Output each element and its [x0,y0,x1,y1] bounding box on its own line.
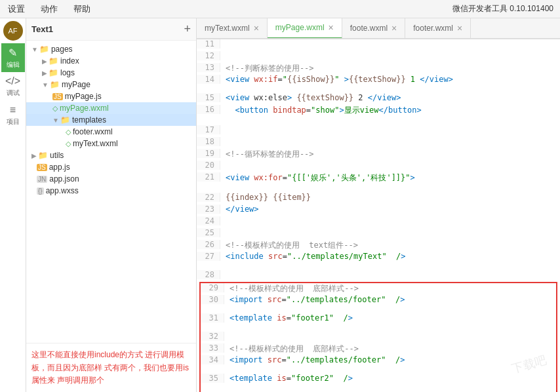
add-file-button[interactable]: + [184,22,191,36]
folder-templates-label: templates [72,115,106,125]
folder-mypage-icon: 📁 [50,80,60,89]
folder-templates-icon: 📁 [60,115,70,125]
file-footer-wxml-label: footer.wxml [73,127,113,136]
tree-pages[interactable]: ▼ 📁 pages [26,43,196,55]
code-line: 18 [197,137,560,149]
tab-foote[interactable]: foote.wxml × [342,18,406,39]
code-area[interactable]: 11 12 13 <!--判断标签的使用--> 14 <view wx:if="… [197,39,560,392]
highlight-box: 29 <!--模板样式的使用 底部样式--> 30 <import src=".… [199,282,557,392]
tree-mytext-wxml[interactable]: ◇ myText.wxml [26,138,196,149]
icon-sidebar: AF ✎ 编辑 </> 调试 ≡ 项目 [0,18,26,392]
folder-pages-label: pages [51,45,73,54]
file-panel-title: Text1 [31,24,53,34]
file-tree: ▼ 📁 pages ▶ 📁 index ▶ 📁 logs ▼ [26,41,196,343]
tree-app-wxss[interactable]: {} app.wxss [26,185,196,197]
line-number: 31 [201,313,224,323]
code-line: 14 <view wx:if="{{isShow}}" >{{textShow}… [197,75,560,93]
line-number: 25 [197,228,220,237]
code-line: 17 [197,125,560,137]
arrow-logs: ▶ [42,69,47,77]
sidebar-item-project[interactable]: ≡ 项目 [1,101,25,130]
code-line: 22 {{index}} {{item}} [197,193,560,205]
app-js-icon: JS [37,164,47,171]
line-content: <view wx:else> {{textShow}} 2 </view> [226,93,560,102]
line-content: <button bindtap="show">显示view</button> [226,105,560,125]
file-panel-header: Text1 + [26,18,196,41]
line-content: </view> [226,205,560,214]
sidebar-item-debug[interactable]: </> 调试 [1,72,25,101]
code-line: 12 [197,51,560,63]
line-number: 18 [197,137,220,146]
code-line: 16 <button bindtap="show">显示view</button… [197,105,560,125]
app-title: 微信开发者工具 0.10.101400 [452,3,553,14]
code-line: 27 <include src="../templates/myText" /> [197,252,560,270]
main-layout: AF ✎ 编辑 </> 调试 ≡ 项目 Text1 + ▼ 📁 pages [0,18,560,392]
tab-footer-close[interactable]: × [457,23,462,33]
sidebar-label-editor: 编辑 [7,60,20,69]
arrow-utils: ▶ [31,152,37,159]
line-number: 20 [197,161,220,170]
tree-templates[interactable]: ▼ 📁 templates [26,114,196,126]
file-panel: Text1 + ▼ 📁 pages ▶ 📁 index ▶ 📁 [26,18,197,392]
line-number: 23 [197,205,220,214]
tree-footer-wxml[interactable]: ◇ footer.wxml [26,126,196,138]
line-number: 28 [197,270,220,279]
tab-footer[interactable]: footer.wxml × [405,18,471,39]
tree-mypage-wxml[interactable]: ◇ myPage.wxml [26,102,196,114]
editor-panel: myText.wxml × myPage.wxml × foote.wxml ×… [197,18,560,392]
edit-icon: ✎ [9,47,17,59]
tree-logs[interactable]: ▶ 📁 logs [26,67,196,79]
code-line: 21 <view wx:for="{[['娱乐','头条','科技']]}"> [197,172,560,193]
code-line: 11 [197,39,560,51]
tree-index[interactable]: ▶ 📁 index [26,55,196,67]
line-number: 15 [197,93,220,102]
line-content: <!--循环标签的使用--> [226,149,560,160]
tab-mypage[interactable]: myPage.wxml × [268,18,342,39]
footer-wxml-icon: ◇ [66,128,71,136]
line-number: 13 [197,63,220,72]
line-number: 33 [201,343,224,353]
wxml-icon: ◇ [52,104,58,113]
tree-app-json[interactable]: JN app.json [26,173,196,185]
line-content: <import src="../templates/footer" /> [230,295,556,313]
line-content: <import src="../templates/footer" /> [230,355,556,374]
menu-settings[interactable]: 设置 [5,2,28,16]
code-line: 29 <!--模板样式的使用 底部样式--> [201,283,556,295]
code-line: 33 <!--模板样式的使用 底部样式--> [201,343,556,355]
line-number: 30 [201,295,224,304]
code-line: 15 <view wx:else> {{textShow}} 2 </view> [197,93,560,105]
file-mypage-wxml-label: myPage.wxml [60,104,109,113]
line-number: 12 [197,51,220,60]
tree-app-js[interactable]: JS app.js [26,161,196,173]
tab-mytext-close[interactable]: × [254,23,259,33]
folder-mypage-label: myPage [62,80,90,89]
menu-actions[interactable]: 动作 [38,2,60,16]
code-comment: <!--判断标签的使用--> [226,64,314,73]
tab-foote-close[interactable]: × [391,23,397,33]
tree-utils[interactable]: ▶ 📁 utils [26,149,196,161]
menu-help[interactable]: 帮助 [71,2,93,16]
sidebar-item-editor[interactable]: ✎ 编辑 [1,43,25,72]
file-mytext-wxml-label: myText.wxml [73,139,118,148]
tree-mypage[interactable]: ▼ 📁 myPage [26,79,196,90]
line-number: 22 [197,193,220,202]
line-number: 32 [201,332,224,341]
line-content: <template is="footer1" /> [230,313,556,332]
tab-mypage-close[interactable]: × [329,22,334,33]
avatar: AF [3,21,23,41]
line-content: <view wx:if="{{isShow}}" >{{textShow}} 1… [226,75,560,93]
line-number: 27 [197,252,220,261]
line-number: 17 [197,125,220,134]
file-mypage-js-label: myPage.js [65,92,102,101]
tab-mytext[interactable]: myText.wxml × [197,18,268,39]
file-app-wxss-label: app.wxss [46,186,79,195]
line-content: {{index}} {{item}} [226,193,560,202]
line-number: 24 [197,216,220,225]
tree-mypage-js[interactable]: JS myPage.js [26,90,196,102]
line-content: <view wx:for="{[['娱乐','头条','科技']]}"> [226,172,560,193]
note-area: 这里不能直接使用include的方式 进行调用模板，而且因为底部样 式有两个，我… [26,343,196,392]
folder-utils-icon: 📁 [38,151,48,160]
line-number: 19 [197,149,220,158]
code-line: 13 <!--判断标签的使用--> [197,63,560,75]
line-number: 14 [197,75,220,84]
